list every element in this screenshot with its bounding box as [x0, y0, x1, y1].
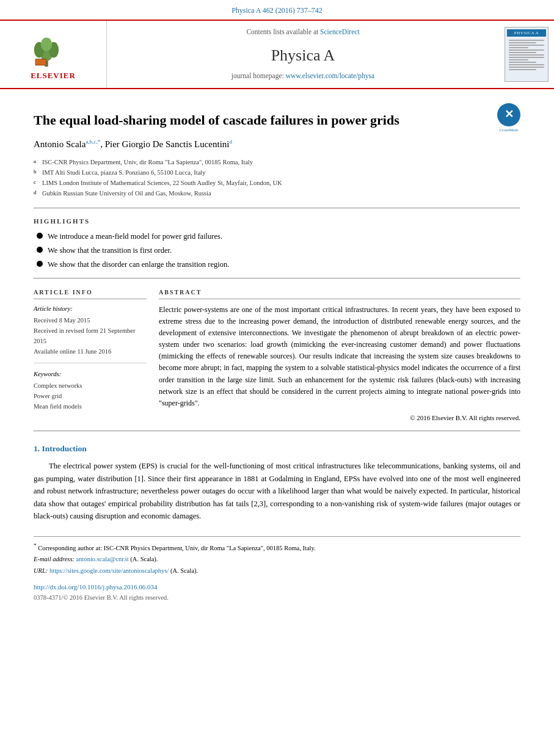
elsevier-logo: ELSEVIER — [29, 34, 78, 82]
homepage-prefix: journal homepage: — [231, 72, 284, 79]
affil-c: c LIMS London Institute of Mathematical … — [34, 178, 520, 188]
keywords-label: Keywords: — [34, 369, 147, 379]
url-note: URL: https://sites.google.com/site/anton… — [34, 566, 520, 576]
article-history-label: Article history: — [34, 304, 147, 314]
paper-title: The equal load-sharing model of cascade … — [34, 111, 399, 129]
thumb-line-3 — [509, 45, 544, 46]
issn-line: 0378-4371/© 2016 Elsevier B.V. All right… — [34, 593, 520, 603]
citation-text: Physica A 462 (2016) 737–742 — [231, 6, 323, 15]
affil-sup-d: d — [34, 189, 42, 197]
svg-point-4 — [41, 38, 52, 51]
thumb-line-2 — [509, 42, 536, 43]
highlight-item-2: We show that the transition is first ord… — [37, 245, 520, 256]
journal-title: Physica A — [271, 43, 335, 67]
affil-text-c: LIMS London Institute of Mathematical Sc… — [42, 178, 282, 188]
divider-article-info — [34, 363, 147, 363]
email-suffix: (A. Scala). — [130, 556, 158, 562]
thumb-line-6 — [509, 52, 536, 53]
divider-after-affiliations — [34, 208, 520, 209]
journal-homepage: journal homepage: www.elsevier.com/locat… — [231, 71, 374, 81]
history-item-2: Received in revised form 21 September 20… — [34, 326, 147, 347]
abstract-label: ABSTRACT — [159, 288, 520, 299]
introduction-text: The electrical power system (EPS) is cru… — [34, 460, 520, 523]
history-item-3: Available online 11 June 2016 — [34, 347, 147, 357]
corresponding-text: Corresponding author at: ISC-CNR Physics… — [38, 545, 316, 551]
affil-text-d: Gubkin Russian State University of Oil a… — [42, 189, 211, 198]
affil-d: d Gubkin Russian State University of Oil… — [34, 189, 520, 198]
introduction-header: 1. Introduction — [34, 443, 520, 455]
affil-text-b: IMT Alti Studi Lucca, piazza S. Ponziano… — [42, 168, 206, 178]
affil-sup-c: c — [34, 178, 42, 187]
affil-text-a: ISC-CNR Physics Department, Univ, dir Ro… — [42, 158, 253, 167]
thumb-line-1 — [509, 40, 544, 41]
section-number: 1. — [34, 444, 40, 453]
elsevier-tree-icon — [29, 34, 78, 68]
keyword-1: Complex networks — [34, 381, 147, 391]
top-citation: Physica A 462 (2016) 737–742 — [0, 0, 554, 20]
affil-a: a ISC-CNR Physics Department, Univ, dir … — [34, 158, 520, 167]
author1-name: Antonio Scala — [34, 139, 86, 149]
two-column-section: ARTICLE INFO Article history: Received 8… — [34, 288, 520, 423]
abstract-column: ABSTRACT Electric power-systems are one … — [159, 288, 520, 423]
history-item-1: Received 8 May 2015 — [34, 316, 147, 326]
thumb-line-8 — [509, 57, 544, 58]
url-label: URL: — [34, 567, 48, 574]
url-link[interactable]: https://sites.google.com/site/antoniosca… — [49, 567, 169, 574]
author2-sup: d — [230, 139, 233, 145]
divider-after-abstract — [34, 431, 520, 432]
sciencedirect-prefix: Contents lists available at — [246, 28, 318, 35]
article-info-label: ARTICLE INFO — [34, 288, 147, 299]
email-note: E-mail address: antonio.scala@cnr.it (A.… — [34, 554, 520, 564]
section-title: Introduction — [42, 444, 87, 453]
doi-link[interactable]: http://dx.doi.org/10.1016/j.physa.2016.0… — [34, 583, 157, 591]
keywords-list: Complex networks Power grid Mean field m… — [34, 381, 147, 412]
crossmark-badge[interactable]: ✕ CrossMark — [497, 103, 520, 126]
highlight-item-3: We show that the disorder can enlarge th… — [37, 259, 520, 271]
title-row: The equal load-sharing model of cascade … — [34, 100, 520, 138]
affil-sup-a: a — [34, 158, 42, 166]
header-area: ELSEVIER Contents lists available at Sci… — [0, 20, 554, 89]
elsevier-logo-area: ELSEVIER — [0, 21, 107, 88]
doi-line: http://dx.doi.org/10.1016/j.physa.2016.0… — [34, 582, 520, 592]
thumb-line-13 — [509, 69, 536, 70]
email-link[interactable]: antonio.scala@cnr.it — [76, 556, 129, 562]
email-label: E-mail address: — [34, 556, 75, 562]
url-suffix: (A. Scala). — [170, 567, 198, 574]
elsevier-text: ELSEVIER — [31, 70, 76, 82]
thumb-line-5 — [509, 49, 544, 51]
thumb-line-9 — [509, 59, 528, 60]
svg-rect-6 — [36, 59, 46, 65]
highlight-text-3: We show that the disorder can enlarge th… — [48, 259, 229, 271]
keyword-3: Mean field models — [34, 402, 147, 412]
article-info-column: ARTICLE INFO Article history: Received 8… — [34, 288, 147, 423]
homepage-link[interactable]: www.elsevier.com/locate/physa — [286, 72, 375, 79]
article-history-items: Received 8 May 2015 Received in revised … — [34, 316, 147, 357]
affil-b: b IMT Alti Studi Lucca, piazza S. Ponzia… — [34, 168, 520, 178]
copyright-line: © 2016 Elsevier B.V. All rights reserved… — [159, 413, 520, 423]
highlight-text-2: We show that the transition is first ord… — [48, 245, 172, 256]
abstract-text: Electric power-systems are one of the mo… — [159, 304, 520, 410]
bullet-icon-2 — [37, 247, 43, 253]
footnote-area: * Corresponding author at: ISC-CNR Physi… — [34, 536, 520, 603]
authors-line: Antonio Scalaa,b,c,*, Pier Giorgio De Sa… — [34, 137, 520, 151]
affiliations: a ISC-CNR Physics Department, Univ, dir … — [34, 158, 520, 199]
thumb-line-10 — [509, 62, 536, 63]
footnote-sup: * — [34, 542, 37, 548]
affil-sup-b: b — [34, 168, 42, 176]
sciencedirect-line: Contents lists available at ScienceDirec… — [246, 27, 359, 37]
highlight-item-1: We introduce a mean-field model for powe… — [37, 231, 520, 242]
bullet-icon-3 — [37, 261, 43, 267]
thumb-line-12 — [509, 67, 544, 68]
highlight-text-1: We introduce a mean-field model for powe… — [48, 231, 222, 242]
bullet-icon-1 — [37, 233, 43, 239]
main-content: The equal load-sharing model of cascade … — [0, 89, 554, 616]
page: Physica A 462 (2016) 737–742 ELSEVIER — [0, 0, 554, 756]
crossmark-label: CrossMark — [497, 127, 520, 134]
header-thumbnail-area: PHYSICA A — [499, 21, 554, 88]
highlights-list: We introduce a mean-field model for powe… — [34, 231, 520, 270]
thumb-line-11 — [509, 64, 544, 65]
highlights-label: HIGHLIGHTS — [34, 216, 520, 227]
sciencedirect-link[interactable]: ScienceDirect — [320, 28, 360, 35]
physica-thumbnail: PHYSICA A — [505, 27, 549, 82]
author2-name: , Pier Giorgio De Sanctis Lucentini — [100, 139, 229, 149]
